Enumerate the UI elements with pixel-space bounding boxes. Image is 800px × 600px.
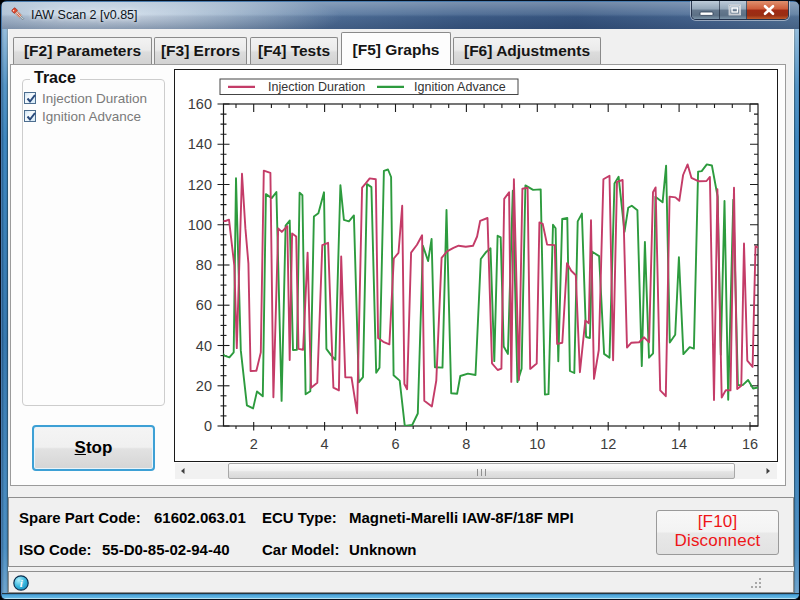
svg-text:0: 0 [204, 418, 212, 434]
svg-text:12: 12 [600, 436, 616, 452]
svg-text:80: 80 [196, 257, 212, 273]
svg-text:Ignition Advance: Ignition Advance [414, 80, 506, 94]
svg-text:20: 20 [196, 378, 212, 394]
svg-text:14: 14 [671, 436, 687, 452]
svg-text:120: 120 [188, 177, 212, 193]
svg-text:4: 4 [321, 436, 329, 452]
svg-text:Injection Duration: Injection Duration [268, 80, 365, 94]
svg-text:160: 160 [188, 96, 212, 112]
svg-text:40: 40 [196, 338, 212, 354]
svg-text:10: 10 [529, 436, 545, 452]
svg-text:140: 140 [188, 136, 212, 152]
svg-text:16: 16 [742, 436, 758, 452]
svg-text:8: 8 [462, 436, 470, 452]
svg-text:2: 2 [250, 436, 258, 452]
svg-text:60: 60 [196, 297, 212, 313]
svg-text:6: 6 [391, 436, 399, 452]
svg-text:100: 100 [188, 217, 212, 233]
